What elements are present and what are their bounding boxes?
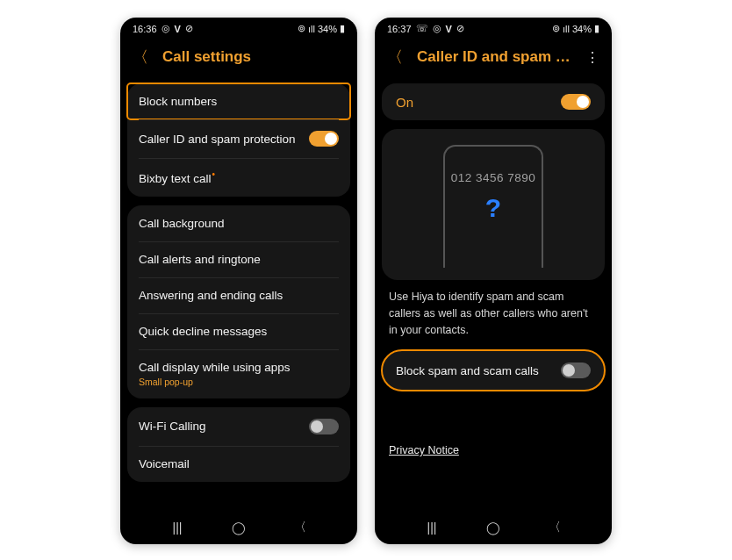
battery-icon: ▮ [594,23,599,34]
home-icon[interactable]: ◯ [226,521,252,535]
master-toggle[interactable] [561,94,591,110]
signal-icon: ıll [308,24,315,34]
answering-label: Answering and ending calls [139,289,339,302]
nav-bar: ||| ◯ 〈 [375,511,612,544]
block-spam-row[interactable]: Block spam and scam calls [382,350,605,391]
phone-left: 16:36 ◎ V ⊘ ⊚ ıll 34% ▮ 〈 Call settings … [120,18,357,544]
bixby-row[interactable]: Bixby text call• [127,158,350,197]
caller-id-row[interactable]: Caller ID and spam protection [127,119,350,158]
nav-bar: ||| ◯ 〈 [120,511,357,544]
question-icon: ? [485,193,501,223]
on-label: On [396,95,561,110]
signal-icon: ıll [563,24,570,34]
settings-group-2: Call background Call alerts and ringtone… [127,205,350,398]
phone-illustration: 012 3456 7890 ? [443,145,543,268]
page-title: Call settings [162,48,345,66]
status-left: 16:37 ☏ ◎ V ⊘ [387,23,464,34]
privacy-link[interactable]: Privacy Notice [389,444,459,456]
spam-content: On 012 3456 7890 ? Use Hiya to identify … [375,80,612,511]
home-icon[interactable]: ◯ [480,521,506,535]
block-spam-label: Block spam and scam calls [396,364,561,377]
back-nav-icon[interactable]: 〈 [542,520,568,535]
settings-group-1: Block numbers Caller ID and spam protect… [127,83,350,197]
back-nav-icon[interactable]: 〈 [287,520,313,535]
block-numbers-label: Block numbers [139,95,339,108]
recents-icon[interactable]: ||| [164,521,190,535]
battery-pct: 34% [572,24,592,34]
app-icon: V [446,24,452,34]
description-text: Use Hiya to identify spam and scam calle… [378,289,608,347]
wifi-calling-label: Wi-Fi Calling [139,420,309,433]
caller-id-label: Caller ID and spam protection [139,133,309,146]
phone-right: 16:37 ☏ ◎ V ⊘ ⊚ ıll 34% ▮ 〈 Caller ID an… [375,18,612,544]
bixby-label: Bixby text call• [139,169,339,185]
status-right: ⊚ ıll 34% ▮ [298,23,345,34]
status-bar: 16:37 ☏ ◎ V ⊘ ⊚ ıll 34% ▮ [375,18,612,36]
privacy-row: Privacy Notice [378,434,608,464]
wifi-calling-toggle[interactable] [309,419,339,434]
block-numbers-row[interactable]: Block numbers [127,83,350,119]
decline-row[interactable]: Quick decline messages [127,313,350,349]
alerts-row[interactable]: Call alerts and ringtone [127,241,350,277]
whatsapp-icon: ◎ [433,23,441,34]
display-label: Call display while using apps Small pop-… [139,361,339,387]
status-left: 16:36 ◎ V ⊘ [133,23,193,34]
status-right: ⊚ ıll 34% ▮ [552,23,599,34]
display-row[interactable]: Call display while using apps Small pop-… [127,349,350,398]
recents-icon[interactable]: ||| [419,521,445,535]
dnd-icon: ⊘ [456,23,464,34]
header: 〈 Call settings [120,36,357,80]
whatsapp-icon: ◎ [161,23,170,34]
wifi-calling-row[interactable]: Wi-Fi Calling [127,407,350,446]
wifi-icon: ⊚ [298,23,305,34]
page-title: Caller ID and spam pro… [417,48,571,66]
back-icon[interactable]: 〈 [387,47,403,68]
alerts-label: Call alerts and ringtone [139,253,339,266]
display-sub: Small pop-up [139,377,339,387]
decline-label: Quick decline messages [139,325,339,338]
voicemail-label: Voicemail [139,457,339,470]
more-icon[interactable]: ⋮ [585,49,599,66]
status-time: 16:37 [387,24,412,34]
illustration-card: 012 3456 7890 ? [382,129,605,280]
block-spam-toggle[interactable] [561,363,591,378]
sample-number: 012 3456 7890 [451,171,536,184]
status-bar: 16:36 ◎ V ⊘ ⊚ ıll 34% ▮ [120,18,357,36]
caller-id-toggle[interactable] [309,131,339,147]
call-bg-label: Call background [139,217,339,230]
call-bg-row[interactable]: Call background [127,205,350,241]
settings-group-3: Wi-Fi Calling Voicemail [127,407,350,482]
voicemail-row[interactable]: Voicemail [127,446,350,482]
back-icon[interactable]: 〈 [133,47,148,68]
header: 〈 Caller ID and spam pro… ⋮ [375,36,612,80]
master-toggle-row[interactable]: On [382,83,605,120]
answering-row[interactable]: Answering and ending calls [127,277,350,313]
battery-icon: ▮ [340,23,345,34]
wifi-icon: ⊚ [552,23,560,34]
battery-pct: 34% [318,24,337,34]
new-dot-icon: • [212,169,216,179]
app-icon: V [175,24,181,34]
settings-content: Block numbers Caller ID and spam protect… [120,80,357,511]
status-time: 16:36 [133,24,157,34]
dnd-icon: ⊘ [185,23,193,34]
call-icon: ☏ [416,23,428,34]
